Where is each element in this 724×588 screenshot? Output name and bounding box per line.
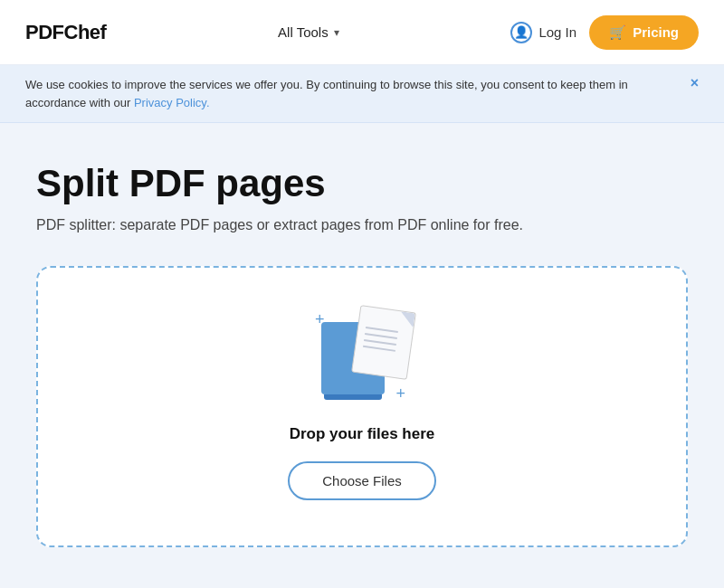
login-button[interactable]: 👤 Log In [510,22,576,43]
login-label: Log In [538,24,576,40]
page-title: Split PDF pages [36,163,688,204]
cart-icon: 🛒 [609,24,626,41]
all-tools-nav[interactable]: All Tools ▾ [278,24,339,40]
pricing-label: Pricing [633,24,679,40]
cookie-close-button[interactable]: × [691,76,699,90]
cookie-banner: We use cookies to improve the services w… [0,65,724,123]
header-right: 👤 Log In 🛒 Pricing [510,15,699,50]
choose-files-button[interactable]: Choose Files [288,461,436,500]
page-subtitle: PDF splitter: separate PDF pages or extr… [36,217,688,233]
upload-illustration: + + [308,304,416,403]
user-icon: 👤 [510,22,532,43]
plus-icon-bottomright: + [395,385,405,402]
cookie-message: We use cookies to improve the services w… [25,78,628,109]
drop-zone[interactable]: + + Drop your files here Choose Files [36,266,688,547]
site-logo: PDFChef [25,21,106,44]
all-tools-label: All Tools [278,24,329,40]
cookie-text: We use cookies to improve the services w… [25,76,677,111]
drop-label: Drop your files here [290,425,435,443]
site-header: PDFChef All Tools ▾ 👤 Log In 🛒 Pricing [0,0,724,65]
privacy-policy-link[interactable]: Privacy Policy. [134,96,210,109]
white-document-icon [351,305,416,380]
chevron-down-icon: ▾ [334,26,339,39]
pricing-button[interactable]: 🛒 Pricing [589,15,699,50]
main-content: Split PDF pages PDF splitter: separate P… [0,123,724,583]
